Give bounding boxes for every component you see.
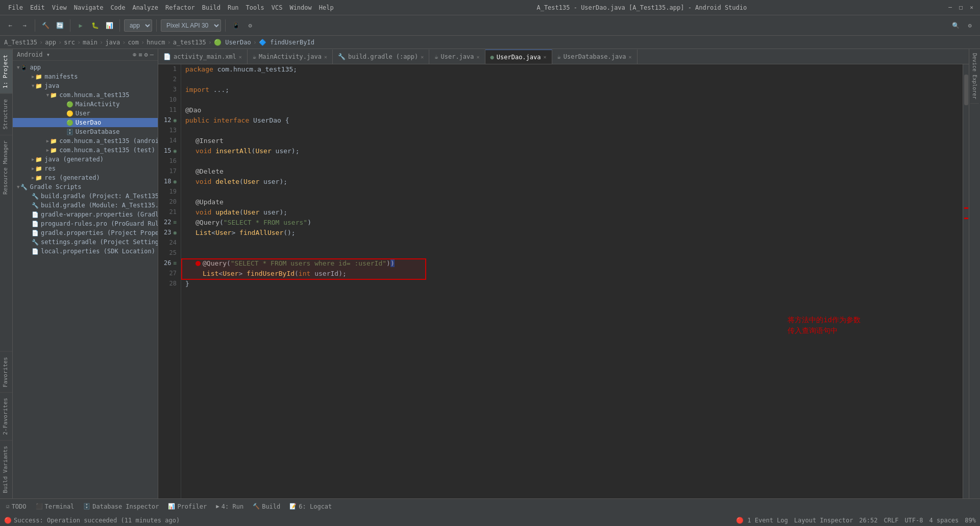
build-button[interactable]: 🔨 — [39, 19, 52, 32]
avd-manager-button[interactable]: 📱 — [230, 19, 242, 32]
breadcrumb-atest135[interactable]: a_test135 — [173, 39, 206, 46]
tab-build-gradle[interactable]: 🔧 build.gradle (:app) ✕ — [333, 50, 429, 64]
tab-close-build[interactable]: ✕ — [421, 54, 424, 60]
android-dropdown[interactable]: Android ▾ — [17, 51, 50, 58]
tree-item-com-hnucm-a-test135--androidt---[interactable]: ▶📁com.hnucm.a_test135 (androidT... — [13, 136, 158, 146]
tree-item-manifests[interactable]: ▶📁manifests — [13, 72, 158, 81]
tab-user-java[interactable]: ☕ User.java ✕ — [429, 50, 485, 64]
breadcrumb-src[interactable]: src — [64, 39, 75, 46]
tree-item-settings-gradle--project-settings-[interactable]: 🔧settings.gradle (Project Settings) — [13, 237, 158, 247]
tab-activity-main-xml[interactable]: 📄 activity_main.xml ✕ — [158, 50, 248, 64]
scroll-thumb[interactable] — [964, 75, 968, 105]
line-separator[interactable]: CRLF — [884, 517, 898, 524]
bottom-logcat[interactable]: 📝 6: Logcat — [285, 502, 336, 511]
settings-icon[interactable]: ⚙ — [144, 51, 148, 58]
tree-item-com-hnucm-a-test135--test-[interactable]: ▶📁com.hnucm.a_test135 (test) — [13, 146, 158, 155]
project-header-icons[interactable]: ⊕ ≡ ⚙ — — [133, 51, 154, 58]
vtab-2favorites[interactable]: 2-Favorites — [0, 392, 12, 440]
encoding[interactable]: UTF-8 — [904, 517, 923, 524]
menu-edit[interactable]: Edit — [27, 4, 48, 11]
minimize-panel-icon[interactable]: — — [150, 51, 154, 58]
tree-item-proguard-rules-pro--proguard-rules---[interactable]: 📄proguard-rules.pro (ProGuard Rules... — [13, 219, 158, 228]
menu-run[interactable]: Run — [225, 4, 242, 11]
breadcrumb-hnucm[interactable]: hnucm — [146, 39, 165, 46]
forward-button[interactable]: → — [18, 19, 31, 32]
breadcrumb-project[interactable]: A_Test135 — [4, 39, 37, 46]
search-everywhere-button[interactable]: 🔍 — [949, 19, 962, 32]
tree-item-res--generated-[interactable]: ▶📁res (generated) — [13, 173, 158, 182]
collapse-all-icon[interactable]: ≡ — [138, 51, 142, 58]
event-log-label[interactable]: 🔴 1 Event Log — [736, 517, 788, 524]
menu-vcs[interactable]: VCS — [268, 4, 286, 11]
tab-close-activity-main[interactable]: ✕ — [239, 54, 242, 60]
locate-file-icon[interactable]: ⊕ — [133, 51, 136, 58]
vtab-device-explorer[interactable]: Device Explorer — [970, 49, 979, 104]
menu-code[interactable]: Code — [108, 4, 129, 11]
tree-item-mainactivity[interactable]: 🟢MainActivity — [13, 100, 158, 109]
vtab-favorites[interactable]: Favorites — [0, 351, 12, 393]
close-button[interactable]: ✕ — [968, 4, 975, 11]
sdk-manager-button[interactable]: ⚙ — [244, 19, 256, 32]
device-selector[interactable]: Pixel XL API 30 — [161, 19, 221, 32]
tab-mainactivity-java[interactable]: ☕ MainActivity.java ✕ — [248, 50, 333, 64]
settings-button[interactable]: ⚙ — [964, 19, 976, 32]
menu-refactor[interactable]: Refactor — [162, 4, 198, 11]
tab-close-userdao[interactable]: ✕ — [544, 54, 547, 60]
breadcrumb-com[interactable]: com — [128, 39, 139, 46]
editor-content[interactable]: 1 2 3 10 11 12 ◉ 13 14 15 ◉ 16 17 18 ◉ 1… — [158, 64, 969, 498]
menu-bar[interactable]: File Edit View Navigate Code Analyze Ref… — [5, 4, 337, 11]
profile-button[interactable]: 📊 — [103, 19, 115, 32]
back-button[interactable]: ← — [4, 19, 16, 32]
vtab-project[interactable]: 1: Project — [0, 49, 12, 93]
tree-item-build-gradle--project--a-test135-[interactable]: 🔧build.gradle (Project: A_Test135) — [13, 192, 158, 201]
tab-userdao-java[interactable]: ● UserDao.java ✕ — [485, 50, 552, 64]
tab-close-userdatabase[interactable]: ✕ — [629, 54, 632, 60]
code-area[interactable]: package com.hnucm.a_test135; import ...;… — [181, 64, 963, 498]
tab-userdatabase-java[interactable]: ☕ UserDatabase.java ✕ — [552, 50, 638, 64]
app-selector[interactable]: app — [124, 19, 152, 32]
breadcrumb-main[interactable]: main — [83, 39, 97, 46]
bottom-run[interactable]: ▶ 4: Run — [212, 502, 248, 511]
tab-close-mainactivity[interactable]: ✕ — [324, 54, 327, 60]
menu-analyze[interactable]: Analyze — [129, 4, 161, 11]
sync-button[interactable]: 🔄 — [54, 19, 66, 32]
bottom-build[interactable]: 🔨 Build — [249, 502, 284, 511]
tree-item-build-gradle--module--a-test135-ap---[interactable]: 🔧build.gradle (Module: A_Test135.ap... — [13, 201, 158, 210]
tree-item-java--generated-[interactable]: ▶📁java (generated) — [13, 155, 158, 164]
vtab-build-variants[interactable]: Build Variants — [0, 440, 12, 498]
menu-build[interactable]: Build — [199, 4, 224, 11]
tree-item-res[interactable]: ▶📁res — [13, 164, 158, 173]
tree-item-gradle-properties--project-propertie---[interactable]: 📄gradle.properties (Project Propertie... — [13, 228, 158, 237]
tree-item-local-properties--sdk-location-[interactable]: 📄local.properties (SDK Location) — [13, 247, 158, 256]
menu-tools[interactable]: Tools — [243, 4, 267, 11]
breadcrumb-app[interactable]: app — [45, 39, 56, 46]
menu-file[interactable]: File — [5, 4, 26, 11]
window-controls[interactable]: ─ □ ✕ — [947, 4, 975, 11]
right-scrollbar[interactable] — [963, 64, 969, 498]
menu-help[interactable]: Help — [316, 4, 337, 11]
bottom-todo[interactable]: ☑ TODO — [2, 502, 31, 511]
maximize-button[interactable]: □ — [958, 4, 964, 11]
bottom-terminal[interactable]: ⬛ Terminal — [32, 502, 79, 511]
menu-window[interactable]: Window — [286, 4, 314, 11]
breadcrumb-method[interactable]: 🔷 findUserById — [259, 39, 314, 46]
layout-inspector-label[interactable]: Layout Inspector — [794, 517, 853, 524]
debug-button[interactable]: 🐛 — [89, 19, 101, 32]
indent-info[interactable]: 4 spaces — [929, 517, 959, 524]
breadcrumb-userdao[interactable]: 🟢 UserDao — [214, 39, 251, 46]
breadcrumb-java[interactable]: java — [105, 39, 120, 46]
bottom-profiler[interactable]: 📊 Profiler — [164, 502, 211, 511]
minimize-button[interactable]: ─ — [947, 4, 953, 11]
tree-item-userdatabase[interactable]: 🗄️UserDatabase — [13, 127, 158, 136]
menu-navigate[interactable]: Navigate — [71, 4, 107, 11]
menu-view[interactable]: View — [49, 4, 70, 11]
tree-item-com-hnucm-a-test135[interactable]: ▼📁com.hnucm.a_test135 — [13, 90, 158, 100]
vtab-structure[interactable]: Structure — [0, 93, 12, 135]
tree-item-user[interactable]: 🟡User — [13, 109, 158, 118]
run-button[interactable]: ▶ — [75, 19, 87, 32]
bottom-database-inspector[interactable]: 🗄️ Database Inspector — [79, 502, 163, 511]
tree-item-gradle-scripts[interactable]: ▼🔧Gradle Scripts — [13, 182, 158, 192]
tree-item-userdao[interactable]: 🟢UserDao — [13, 118, 158, 127]
tree-item-java[interactable]: ▼📁java — [13, 81, 158, 90]
vtab-resource-manager[interactable]: Resource Manager — [0, 135, 12, 200]
